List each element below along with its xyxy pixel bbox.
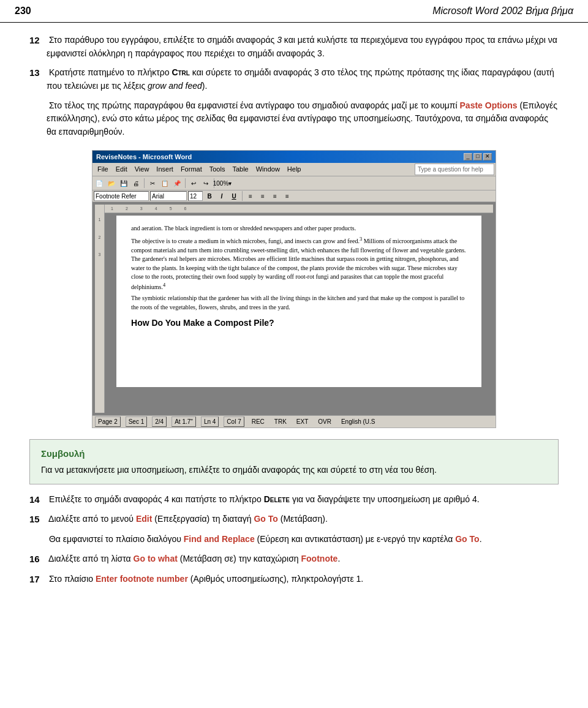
step-15-cont-num	[29, 533, 47, 547]
vruler-1: 1	[99, 217, 101, 224]
tip-box: Συμβουλή Για να μετακινήσετε μια υποσημε…	[29, 439, 559, 484]
italic-btn[interactable]: I	[216, 191, 227, 201]
menu-table[interactable]: Table	[228, 164, 252, 175]
paste-btn[interactable]: 📌	[172, 178, 183, 189]
status-at: At 1.7"	[172, 416, 196, 427]
step-14-num: 14	[29, 493, 47, 507]
open-btn[interactable]: 📂	[106, 178, 117, 189]
menu-view[interactable]: View	[131, 164, 153, 175]
tip-text: Για να μετακινήσετε μια υποσημείωση, επι…	[41, 464, 547, 476]
vruler-3: 3	[99, 252, 101, 258]
print-btn[interactable]: 🖨	[130, 178, 141, 189]
status-pages: 2/4	[152, 416, 167, 427]
help-search-box[interactable]: Type a question for help	[415, 164, 494, 175]
redo-btn[interactable]: ↪	[200, 178, 211, 189]
menu-insert[interactable]: Insert	[153, 164, 177, 175]
maximize-btn[interactable]: □	[473, 153, 482, 160]
fmt-sep	[242, 191, 243, 201]
horizontal-ruler: 1 2 3 4 5 6	[105, 205, 493, 213]
step-16-text: Διαλέξτε από τη λίστα Go to what (Μετάβα…	[47, 552, 340, 567]
step-15-cont: Θα εμφανιστεί το πλαίσιο διαλόγου Find a…	[29, 533, 559, 547]
status-page: Page 2	[95, 416, 121, 427]
step-13-cont-text: Στο τέλος της πρώτης παραγράφου θα εμφαν…	[47, 99, 559, 139]
window-title: ReviseNotes - Microsoft Word	[96, 152, 192, 162]
menu-edit[interactable]: Edit	[112, 164, 131, 175]
font-dropdown[interactable]: Arial	[150, 191, 187, 201]
book-title: Microsoft Word 2002 Βήμα βήμα	[432, 4, 573, 18]
minimize-btn[interactable]: _	[464, 153, 472, 160]
style-dropdown[interactable]: Footnote Refer	[94, 191, 149, 201]
align-center-btn[interactable]: ≡	[257, 191, 268, 201]
step-17-num: 17	[29, 573, 47, 587]
bold-btn[interactable]: B	[204, 191, 215, 201]
step-cont-num	[29, 99, 47, 139]
document-area: 1 2 3 1 2 3 4 5 6	[92, 202, 496, 415]
align-left-btn[interactable]: ≡	[245, 191, 256, 201]
step-17-text: Στο πλαίσιο Enter footnote number (Αριθμ…	[47, 573, 363, 587]
align-right-btn[interactable]: ≡	[270, 191, 281, 201]
step-15: 15 Διαλέξτε από το μενού Edit (Επεξεργασ…	[29, 513, 559, 527]
status-ext: EXT	[294, 417, 311, 426]
underline-btn[interactable]: U	[228, 191, 239, 201]
save-btn[interactable]: 💾	[118, 178, 129, 189]
formatting-bar: Footnote Refer Arial 12 B I U ≡ ≡ ≡ ≡	[92, 190, 496, 202]
statusbar: Page 2 Sec 1 2/4 At 1.7" Ln 4 Col 7 REC …	[92, 415, 496, 427]
menubar: File Edit View Insert Format Tools Table…	[92, 163, 496, 176]
menu-tools[interactable]: Tools	[206, 164, 229, 175]
step-14-text: Επιλέξτε το σημάδι αναφοράς 4 και πατήστ…	[47, 493, 480, 507]
doc-content: 1 2 3 4 5 6 and aeration. The black ingr…	[105, 205, 493, 413]
undo-btn[interactable]: ↩	[188, 178, 199, 189]
doc-para-3: The symbiotic relationship that the gard…	[131, 294, 467, 312]
main-content: 12 Στο παράθυρο του εγγράφου, επιλέξτε τ…	[0, 34, 588, 586]
cut-btn[interactable]: ✂	[147, 178, 158, 189]
menu-file[interactable]: File	[94, 164, 112, 175]
step-16-num: 16	[29, 552, 47, 567]
justify-btn[interactable]: ≡	[282, 191, 293, 201]
step-14: 14 Επιλέξτε το σημάδι αναφοράς 4 και πατ…	[29, 493, 559, 507]
titlebar: ReviseNotes - Microsoft Word _ □ ✕	[92, 151, 496, 164]
doc-para-2: The objective is to create a medium in w…	[131, 236, 467, 292]
step-17: 17 Στο πλαίσιο Enter footnote number (Αρ…	[29, 573, 559, 587]
status-col: Col 7	[224, 416, 244, 427]
status-trk: TRK	[272, 417, 289, 426]
status-ovr: OVR	[315, 417, 334, 426]
header: 230 Microsoft Word 2002 Βήμα βήμα	[0, 0, 588, 23]
status-lang: English (U.S	[339, 417, 378, 426]
menu-format[interactable]: Format	[177, 164, 206, 175]
vruler-2: 2	[99, 235, 101, 241]
step-15-num: 15	[29, 513, 47, 527]
step-13: 13 Κρατήστε πατημένο το πλήκτρο Ctrl και…	[29, 66, 559, 92]
step-12: 12 Στο παράθυρο του εγγράφου, επιλέξτε τ…	[29, 34, 559, 60]
toolbar-sep-2	[185, 178, 186, 188]
menu-window[interactable]: Window	[252, 164, 284, 175]
step-13-num: 13	[29, 66, 47, 92]
doc-heading: How Do You Make a Compost Pile?	[131, 317, 467, 329]
close-btn[interactable]: ✕	[483, 153, 492, 160]
menu-help[interactable]: Help	[284, 164, 305, 175]
step-13-text: Κρατήστε πατημένο το πλήκτρο Ctrl και σύ…	[47, 66, 559, 92]
page: 230 Microsoft Word 2002 Βήμα βήμα 12 Στο…	[0, 0, 588, 708]
ms-word-screenshot: ReviseNotes - Microsoft Word _ □ ✕ File …	[92, 150, 496, 429]
toolbar: 📄 📂 💾 🖨 ✂ 📋 📌 ↩ ↪ 100%▾	[92, 176, 496, 190]
step-12-num: 12	[29, 34, 47, 60]
status-sec: Sec 1	[126, 416, 148, 427]
step-15-cont-text: Θα εμφανιστεί το πλαίσιο διαλόγου Find a…	[47, 533, 482, 547]
tip-title: Συμβουλή	[41, 447, 547, 461]
toolbar-sep-1	[144, 178, 145, 188]
zoom-btn[interactable]: 100%▾	[217, 178, 228, 189]
step-13-cont: Στο τέλος της πρώτης παραγράφου θα εμφαν…	[29, 99, 559, 139]
window-controls: _ □ ✕	[464, 153, 492, 160]
vertical-ruler: 1 2 3	[95, 205, 105, 413]
status-ln: Ln 4	[201, 416, 219, 427]
word-window: ReviseNotes - Microsoft Word _ □ ✕ File …	[92, 151, 496, 428]
step-12-text: Στο παράθυρο του εγγράφου, επιλέξτε το σ…	[47, 34, 559, 60]
copy-btn[interactable]: 📋	[159, 178, 170, 189]
new-btn[interactable]: 📄	[94, 178, 105, 189]
step-16: 16 Διαλέξτε από τη λίστα Go to what (Μετ…	[29, 552, 559, 567]
font-size-dropdown[interactable]: 12	[188, 191, 203, 201]
doc-para-1: and aeration. The black ingredient is to…	[131, 224, 467, 233]
page-number: 230	[15, 4, 31, 18]
step-15-text: Διαλέξτε από το μενού Edit (Επεξεργασία)…	[47, 513, 328, 527]
status-rec: REC	[249, 417, 267, 426]
document-page[interactable]: and aeration. The black ingredient is to…	[116, 216, 481, 387]
